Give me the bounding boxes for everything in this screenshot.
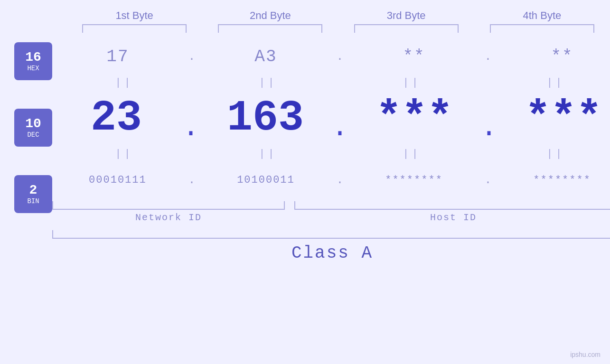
watermark: ipshu.com <box>570 351 601 358</box>
main-content-area: 16 HEX 10 DEC 2 BIN 17 . A3 <box>0 33 610 364</box>
bin-dot-1: . <box>188 174 195 187</box>
bottom-bracket-row <box>52 201 610 210</box>
hex-val-3: ** <box>403 47 425 66</box>
bin-cell-4: ******** <box>498 174 610 186</box>
data-display-area: 17 . A3 . ** . ** || || || || <box>52 33 610 263</box>
eq2-c2: || <box>204 148 332 160</box>
dec-cell-2: 163 <box>201 94 329 142</box>
dec-cell-4: *** <box>499 94 610 142</box>
hex-badge-num: 16 <box>25 50 41 65</box>
class-label-container: Class A <box>52 243 610 263</box>
dec-dot-3: . <box>480 113 497 142</box>
hex-cell-3: ** <box>350 47 478 66</box>
hex-val-2: A3 <box>254 47 277 66</box>
bin-val-1: 00010111 <box>89 174 147 186</box>
byte2-header: 2nd Byte <box>206 9 334 22</box>
top-brackets-row <box>0 24 610 33</box>
hex-val-1: 17 <box>106 47 129 66</box>
eq1-c4: || <box>492 77 610 89</box>
dec-badge-label: DEC <box>27 131 39 139</box>
byte3-header: 3rd Byte <box>342 9 470 22</box>
byte-headers-row: 1st Byte 2nd Byte 3rd Byte 4th Byte <box>0 9 610 22</box>
bin-cell-3: ******** <box>350 174 478 186</box>
eq2-c4: || <box>492 148 610 160</box>
host-id-label: Host ID <box>294 212 610 223</box>
hex-dot-1: . <box>188 50 195 63</box>
bin-cell-2: 10100011 <box>202 174 330 186</box>
byte1-header: 1st Byte <box>70 9 198 22</box>
bin-dot-3: . <box>485 174 491 187</box>
bracket-top-b4 <box>490 24 594 33</box>
bracket-top-b1 <box>82 24 187 33</box>
main-container: 1st Byte 2nd Byte 3rd Byte 4th Byte 16 H… <box>0 0 610 364</box>
dec-dot-2: . <box>331 113 348 142</box>
dec-data-row: 23 . 163 . *** . *** <box>52 90 610 147</box>
hex-cell-4: ** <box>498 47 610 66</box>
bin-badge-label: BIN <box>27 197 39 205</box>
class-a-label: Class A <box>291 243 373 263</box>
hex-cell-2: A3 <box>202 47 330 66</box>
eq2-c3: || <box>348 148 476 160</box>
dec-val-2: 163 <box>227 94 304 142</box>
hex-val-4: ** <box>551 47 573 66</box>
bin-data-row: 00010111 . 10100011 . ******** . *******… <box>52 161 610 199</box>
full-bottom-bracket <box>52 230 610 239</box>
bin-val-2: 10100011 <box>237 174 295 186</box>
bin-val-3: ******** <box>385 174 443 186</box>
badges-column: 16 HEX 10 DEC 2 BIN <box>14 33 52 213</box>
dec-cell-1: 23 <box>52 94 180 142</box>
bracket-top-b3 <box>354 24 459 33</box>
hex-badge: 16 HEX <box>14 42 52 80</box>
id-labels-row: Network ID Host ID <box>52 212 610 223</box>
eq1-c3: || <box>348 77 476 89</box>
hex-badge-label: HEX <box>27 65 39 72</box>
network-id-bracket <box>52 201 285 210</box>
dec-badge: 10 DEC <box>14 109 52 147</box>
full-bracket-container <box>52 230 610 239</box>
equals-row-2: || || || || <box>52 147 610 161</box>
equals-row-1: || || || || <box>52 75 610 90</box>
byte4-header: 4th Byte <box>478 9 606 22</box>
bottom-brackets-section: Network ID Host ID <box>52 201 610 223</box>
network-id-label: Network ID <box>52 212 285 223</box>
hex-data-row: 17 . A3 . ** . ** <box>52 37 610 75</box>
hex-dot-3: . <box>485 50 491 63</box>
dec-val-3: *** <box>376 94 453 142</box>
bin-cell-1: 00010111 <box>54 174 182 186</box>
bin-val-4: ******** <box>533 174 591 186</box>
bin-dot-2: . <box>337 174 343 187</box>
hex-cell-1: 17 <box>54 47 182 66</box>
bin-badge: 2 BIN <box>14 175 52 213</box>
dec-dot-1: . <box>182 113 199 142</box>
eq2-c1: || <box>60 148 188 160</box>
bracket-top-b2 <box>218 24 322 33</box>
dec-val-1: 23 <box>91 94 142 142</box>
dec-val-4: *** <box>525 94 602 142</box>
eq1-c2: || <box>204 77 332 89</box>
dec-badge-num: 10 <box>25 117 41 131</box>
hex-dot-2: . <box>337 50 343 63</box>
dec-cell-3: *** <box>350 94 479 142</box>
eq1-c1: || <box>60 77 188 89</box>
host-id-bracket <box>294 201 610 210</box>
bin-badge-num: 2 <box>29 183 38 198</box>
